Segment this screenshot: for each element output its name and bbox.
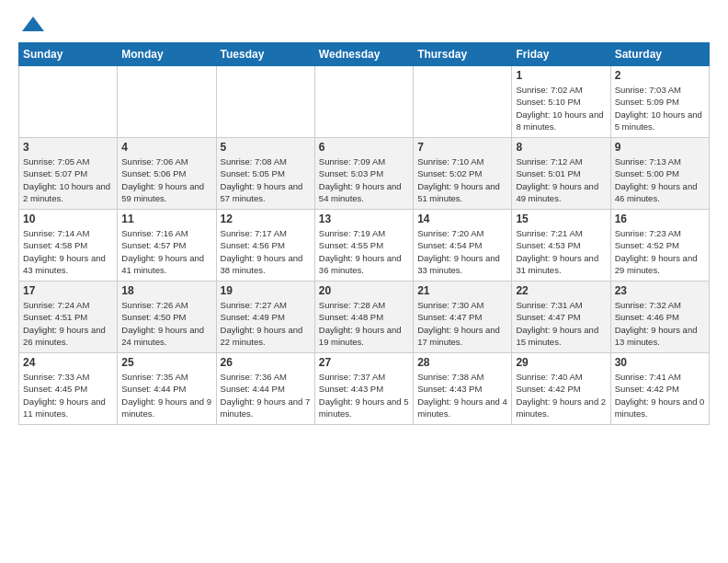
header [18, 15, 710, 33]
day-info: Sunrise: 7:38 AM Sunset: 4:43 PM Dayligh… [417, 371, 507, 419]
day-number: 10 [23, 213, 113, 225]
calendar-cell: 28Sunrise: 7:38 AM Sunset: 4:43 PM Dayli… [414, 353, 512, 425]
day-number: 11 [121, 213, 211, 225]
day-number: 26 [221, 356, 311, 369]
calendar-cell: 24Sunrise: 7:33 AM Sunset: 4:45 PM Dayli… [19, 353, 118, 425]
calendar-cell: 5Sunrise: 7:08 AM Sunset: 5:05 PM Daylig… [216, 138, 314, 210]
calendar-cell: 23Sunrise: 7:32 AM Sunset: 4:46 PM Dayli… [610, 282, 709, 353]
calendar-cell: 2Sunrise: 7:03 AM Sunset: 5:09 PM Daylig… [610, 66, 709, 138]
day-info: Sunrise: 7:28 AM Sunset: 4:48 PM Dayligh… [319, 299, 409, 348]
calendar-cell [414, 66, 512, 138]
calendar-cell: 26Sunrise: 7:36 AM Sunset: 4:44 PM Dayli… [216, 353, 314, 425]
calendar-cell [19, 66, 118, 138]
day-number: 24 [23, 356, 113, 369]
day-info: Sunrise: 7:20 AM Sunset: 4:54 PM Dayligh… [417, 227, 507, 276]
calendar-cell [118, 66, 216, 138]
day-info: Sunrise: 7:19 AM Sunset: 4:55 PM Dayligh… [319, 227, 409, 276]
header-day-wednesday: Wednesday [314, 43, 413, 66]
svg-marker-0 [22, 17, 44, 31]
day-info: Sunrise: 7:05 AM Sunset: 5:07 PM Dayligh… [23, 155, 113, 204]
page: SundayMondayTuesdayWednesdayThursdayFrid… [0, 0, 728, 440]
day-number: 1 [516, 69, 606, 82]
day-info: Sunrise: 7:17 AM Sunset: 4:56 PM Dayligh… [221, 227, 311, 276]
day-number: 13 [319, 213, 409, 225]
day-info: Sunrise: 7:37 AM Sunset: 4:43 PM Dayligh… [319, 371, 409, 419]
calendar-cell: 9Sunrise: 7:13 AM Sunset: 5:00 PM Daylig… [610, 138, 709, 210]
day-info: Sunrise: 7:13 AM Sunset: 5:00 PM Dayligh… [615, 155, 705, 204]
day-info: Sunrise: 7:32 AM Sunset: 4:46 PM Dayligh… [615, 299, 705, 348]
header-day-friday: Friday [512, 43, 610, 66]
calendar-cell: 11Sunrise: 7:16 AM Sunset: 4:57 PM Dayli… [118, 210, 216, 282]
day-number: 4 [121, 141, 211, 154]
calendar-cell: 13Sunrise: 7:19 AM Sunset: 4:55 PM Dayli… [314, 210, 413, 282]
day-info: Sunrise: 7:10 AM Sunset: 5:02 PM Dayligh… [417, 155, 507, 204]
header-day-tuesday: Tuesday [216, 43, 314, 66]
calendar-cell: 27Sunrise: 7:37 AM Sunset: 4:43 PM Dayli… [314, 353, 413, 425]
day-info: Sunrise: 7:36 AM Sunset: 4:44 PM Dayligh… [221, 371, 311, 419]
week-row-0: 1Sunrise: 7:02 AM Sunset: 5:10 PM Daylig… [19, 66, 710, 138]
day-info: Sunrise: 7:21 AM Sunset: 4:53 PM Dayligh… [516, 227, 606, 276]
day-info: Sunrise: 7:27 AM Sunset: 4:49 PM Dayligh… [221, 299, 311, 348]
calendar-cell: 15Sunrise: 7:21 AM Sunset: 4:53 PM Dayli… [512, 210, 610, 282]
calendar-cell: 17Sunrise: 7:24 AM Sunset: 4:51 PM Dayli… [19, 282, 118, 353]
day-info: Sunrise: 7:30 AM Sunset: 4:47 PM Dayligh… [417, 299, 507, 348]
calendar-cell [216, 66, 314, 138]
calendar-header: SundayMondayTuesdayWednesdayThursdayFrid… [19, 43, 710, 66]
logo-icon [20, 15, 46, 33]
calendar-table: SundayMondayTuesdayWednesdayThursdayFrid… [18, 42, 710, 425]
day-info: Sunrise: 7:31 AM Sunset: 4:47 PM Dayligh… [516, 299, 606, 348]
day-info: Sunrise: 7:02 AM Sunset: 5:10 PM Dayligh… [516, 84, 606, 132]
day-number: 27 [319, 356, 409, 369]
day-number: 25 [121, 356, 211, 369]
calendar-cell: 12Sunrise: 7:17 AM Sunset: 4:56 PM Dayli… [216, 210, 314, 282]
day-info: Sunrise: 7:35 AM Sunset: 4:44 PM Dayligh… [121, 371, 211, 419]
calendar-cell: 22Sunrise: 7:31 AM Sunset: 4:47 PM Dayli… [512, 282, 610, 353]
calendar-cell: 16Sunrise: 7:23 AM Sunset: 4:52 PM Dayli… [610, 210, 709, 282]
calendar-cell: 10Sunrise: 7:14 AM Sunset: 4:58 PM Dayli… [19, 210, 118, 282]
day-number: 30 [615, 356, 705, 369]
day-number: 5 [221, 141, 311, 154]
logo [18, 15, 46, 33]
calendar-cell: 3Sunrise: 7:05 AM Sunset: 5:07 PM Daylig… [19, 138, 118, 210]
calendar-body: 1Sunrise: 7:02 AM Sunset: 5:10 PM Daylig… [19, 66, 710, 425]
day-info: Sunrise: 7:08 AM Sunset: 5:05 PM Dayligh… [221, 155, 311, 204]
day-number: 9 [615, 141, 705, 154]
calendar-cell: 21Sunrise: 7:30 AM Sunset: 4:47 PM Dayli… [414, 282, 512, 353]
day-number: 21 [417, 284, 507, 297]
day-number: 6 [319, 141, 409, 154]
day-number: 7 [417, 141, 507, 154]
calendar-cell: 30Sunrise: 7:41 AM Sunset: 4:42 PM Dayli… [610, 353, 709, 425]
day-number: 16 [615, 213, 705, 225]
day-info: Sunrise: 7:14 AM Sunset: 4:58 PM Dayligh… [23, 227, 113, 276]
calendar-cell: 4Sunrise: 7:06 AM Sunset: 5:06 PM Daylig… [118, 138, 216, 210]
calendar-cell: 20Sunrise: 7:28 AM Sunset: 4:48 PM Dayli… [314, 282, 413, 353]
header-day-thursday: Thursday [414, 43, 512, 66]
day-number: 23 [615, 284, 705, 297]
day-info: Sunrise: 7:33 AM Sunset: 4:45 PM Dayligh… [23, 371, 113, 419]
day-info: Sunrise: 7:24 AM Sunset: 4:51 PM Dayligh… [23, 299, 113, 348]
day-info: Sunrise: 7:26 AM Sunset: 4:50 PM Dayligh… [121, 299, 211, 348]
calendar-cell: 18Sunrise: 7:26 AM Sunset: 4:50 PM Dayli… [118, 282, 216, 353]
header-row: SundayMondayTuesdayWednesdayThursdayFrid… [19, 43, 710, 66]
day-number: 17 [23, 284, 113, 297]
week-row-4: 24Sunrise: 7:33 AM Sunset: 4:45 PM Dayli… [19, 353, 710, 425]
week-row-3: 17Sunrise: 7:24 AM Sunset: 4:51 PM Dayli… [19, 282, 710, 353]
calendar-cell: 1Sunrise: 7:02 AM Sunset: 5:10 PM Daylig… [512, 66, 610, 138]
calendar-cell [314, 66, 413, 138]
day-number: 15 [516, 213, 606, 225]
day-number: 8 [516, 141, 606, 154]
day-number: 2 [615, 69, 705, 82]
day-number: 20 [319, 284, 409, 297]
day-info: Sunrise: 7:12 AM Sunset: 5:01 PM Dayligh… [516, 155, 606, 204]
day-number: 19 [221, 284, 311, 297]
logo-text [18, 15, 46, 33]
calendar-cell: 7Sunrise: 7:10 AM Sunset: 5:02 PM Daylig… [414, 138, 512, 210]
header-day-monday: Monday [118, 43, 216, 66]
day-info: Sunrise: 7:40 AM Sunset: 4:42 PM Dayligh… [516, 371, 606, 419]
calendar-cell: 14Sunrise: 7:20 AM Sunset: 4:54 PM Dayli… [414, 210, 512, 282]
week-row-2: 10Sunrise: 7:14 AM Sunset: 4:58 PM Dayli… [19, 210, 710, 282]
day-info: Sunrise: 7:16 AM Sunset: 4:57 PM Dayligh… [121, 227, 211, 276]
day-info: Sunrise: 7:03 AM Sunset: 5:09 PM Dayligh… [615, 84, 705, 132]
day-number: 22 [516, 284, 606, 297]
week-row-1: 3Sunrise: 7:05 AM Sunset: 5:07 PM Daylig… [19, 138, 710, 210]
